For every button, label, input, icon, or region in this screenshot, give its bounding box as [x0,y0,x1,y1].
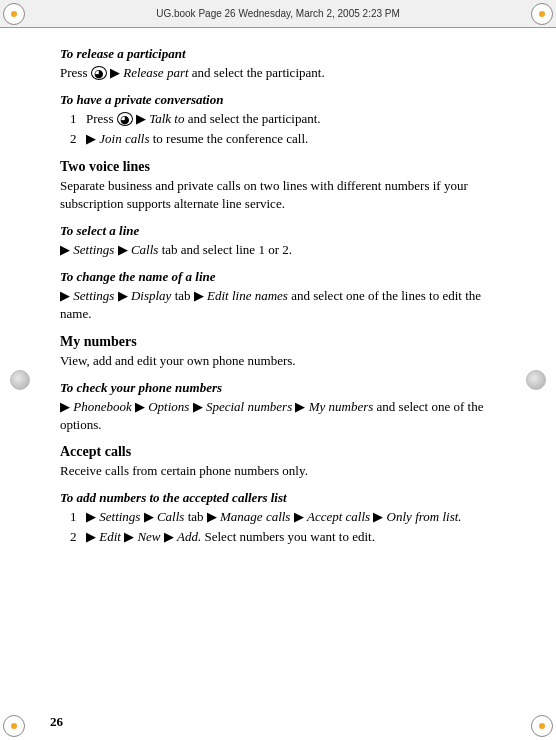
body-my-numbers: View, add and edit your own phone number… [60,352,496,370]
section-change-line-name: To change the name of a line ▶ Settings … [60,269,496,323]
title-two-voice-lines: Two voice lines [60,159,496,175]
title-check-phone-numbers: To check your phone numbers [60,380,496,396]
corner-dot-bl [11,723,17,729]
corner-dot-tl [11,11,17,17]
list-item-add-1: 1 ▶ Settings ▶ Calls tab ▶ Manage calls … [70,508,496,526]
section-check-phone-numbers: To check your phone numbers ▶ Phonebook … [60,380,496,434]
list-num-2: 2 [70,130,86,148]
list-item-2: 2 ▶ Join calls to resume the conference … [70,130,496,148]
list-item-1: 1 Press ◕ ▶ Talk to and select the parti… [70,110,496,128]
title-release-participant: To release a participant [60,46,496,62]
body-accept-calls: Receive calls from certain phone numbers… [60,462,496,480]
section-accept-calls: Accept calls Receive calls from certain … [60,444,496,480]
list-content-add-1: ▶ Settings ▶ Calls tab ▶ Manage calls ▶ … [86,508,496,526]
title-change-line-name: To change the name of a line [60,269,496,285]
list-item-add-2: 2 ▶ Edit ▶ New ▶ Add. Select numbers you… [70,528,496,546]
corner-mark-top-left [0,0,28,28]
corner-dot-tr [539,11,545,17]
body-check-phone-numbers: ▶ Phonebook ▶ Options ▶ Special numbers … [60,398,496,434]
list-private-conversation: 1 Press ◕ ▶ Talk to and select the parti… [70,110,496,148]
section-select-line: To select a line ▶ Settings ▶ Calls tab … [60,223,496,259]
body-release-participant: Press ◕ ▶ Release part and select the pa… [60,64,496,82]
title-accept-calls: Accept calls [60,444,496,460]
section-add-numbers-accepted: To add numbers to the accepted callers l… [60,490,496,546]
section-two-voice-lines: Two voice lines Separate business and pr… [60,159,496,213]
title-select-line: To select a line [60,223,496,239]
header-bar: UG.book Page 26 Wednesday, March 2, 2005… [0,0,556,28]
body-change-line-name: ▶ Settings ▶ Display tab ▶ Edit line nam… [60,287,496,323]
title-my-numbers: My numbers [60,334,496,350]
section-release-participant: To release a participant Press ◕ ▶ Relea… [60,46,496,82]
header-text: UG.book Page 26 Wednesday, March 2, 2005… [156,8,400,19]
title-private-conversation: To have a private conversation [60,92,496,108]
list-add-numbers: 1 ▶ Settings ▶ Calls tab ▶ Manage calls … [70,508,496,546]
corner-mark-top-right [528,0,556,28]
main-content: To release a participant Press ◕ ▶ Relea… [50,28,506,710]
list-num-1: 1 [70,110,86,128]
section-my-numbers: My numbers View, add and edit your own p… [60,334,496,370]
list-content-add-2: ▶ Edit ▶ New ▶ Add. Select numbers you w… [86,528,496,546]
body-select-line: ▶ Settings ▶ Calls tab and select line 1… [60,241,496,259]
list-content-1: Press ◕ ▶ Talk to and select the partici… [86,110,496,128]
corner-mark-bottom-right [528,712,556,740]
list-content-2: ▶ Join calls to resume the conference ca… [86,130,496,148]
title-add-numbers-accepted: To add numbers to the accepted callers l… [60,490,496,506]
list-num-add-1: 1 [70,508,86,526]
list-num-add-2: 2 [70,528,86,546]
side-mark-right [526,370,546,390]
corner-dot-br [539,723,545,729]
corner-mark-bottom-left [0,712,28,740]
body-two-voice-lines: Separate business and private calls on t… [60,177,496,213]
side-mark-left [10,370,30,390]
page-container: UG.book Page 26 Wednesday, March 2, 2005… [0,0,556,740]
section-private-conversation: To have a private conversation 1 Press ◕… [60,92,496,148]
page-number: 26 [50,714,63,730]
